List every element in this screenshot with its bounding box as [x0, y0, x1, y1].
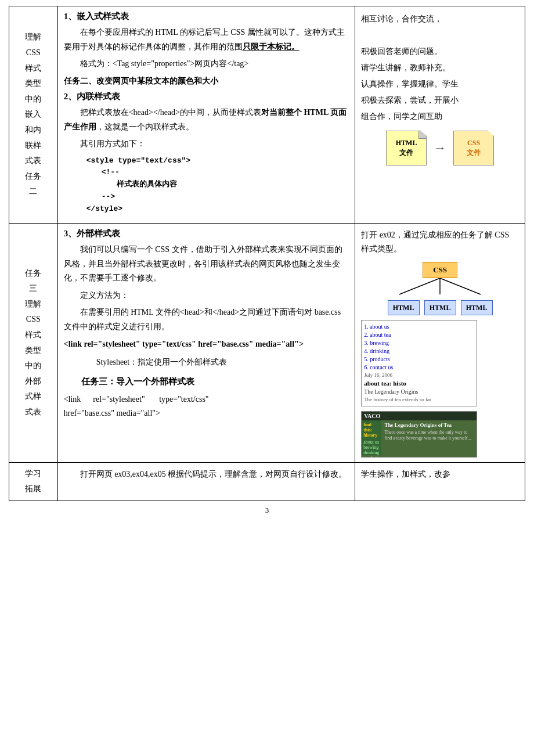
main-table: 理解CSS样式类型中的嵌入和内联样式表任务二 1、嵌入式样式表 在每个要应用样式…	[9, 6, 525, 501]
row2-left-label: 任务三理解CSS样式类型中的外部式样式表	[9, 224, 58, 462]
screenshot1-subheading: The Legendary Origins	[364, 388, 474, 396]
html-file-label: HTML文件	[396, 138, 417, 158]
ss2-nav-items: about usbrewingdrinkingproducts	[363, 440, 380, 458]
html-file-box: HTML文件	[386, 131, 427, 165]
section2-intro: 其引用方式如下：	[64, 137, 349, 152]
section3-p2: 定义方法为：	[64, 289, 349, 303]
task2-title: 任务二、改变网页中某段文本的颜色和大小	[64, 74, 349, 89]
html-boxes-row: HTML HTML HTML	[361, 300, 519, 315]
screenshot2-content: The Legendary Origins of Tea There once …	[381, 420, 477, 455]
css-file-box: CSS文件	[453, 131, 494, 165]
section2-title: 2、内联样式表	[64, 91, 349, 102]
section1-title: 1、嵌入式样式表	[64, 11, 349, 22]
task3-title: 任务三：导入一个外部样式表	[64, 374, 349, 389]
section1-p1: 在每个要应用样式的 HTML 的标记后写上 CSS 属性就可以了。这种方式主要用…	[64, 26, 349, 54]
row3-label-text: 学习拓展	[12, 466, 55, 497]
css-top-box: CSS	[423, 262, 457, 278]
screenshot2-nav: find this: history about usbrewingdrinki…	[362, 420, 381, 455]
screenshot2: VACO find this: history about usbrewingd…	[361, 411, 477, 458]
screenshot1: 1. about us 2. about tea 3. brewing 4. d…	[361, 320, 477, 406]
screenshot1-date: July 16, 2006	[364, 372, 474, 379]
section1-format: 格式为：<Tag style="properties">网页内容</tag>	[64, 57, 349, 71]
row1-label-text: 理解CSS样式类型中的嵌入和内联样式表任务二	[12, 30, 55, 200]
row1-right: 相互讨论，合作交流， 积极回答老师的问题。 请学生讲解，教师补充。 认真操作，掌…	[355, 6, 525, 224]
screenshot1-nav: 1. about us 2. about tea 3. brewing 4. d…	[364, 323, 474, 372]
html-box-3: HTML	[461, 300, 493, 315]
section3-p1: 我们可以只编写一个 CSS 文件，借助于引入外部样式表来实现不同页面的风格，并且…	[64, 243, 349, 286]
nav-link-4: 4. drinking	[364, 347, 474, 355]
screenshot2-top: VACO	[362, 412, 477, 420]
section2-p1-bold: 对当前整个 HTML 页面产生作用	[64, 108, 347, 131]
screenshot1-body: The history of tea extends so far	[364, 396, 474, 404]
row1-right-text: 相互讨论，合作交流， 积极回答老师的问题。 请学生讲解，教师补充。 认真操作，掌…	[361, 11, 519, 125]
row1-left-label: 理解CSS样式类型中的嵌入和内联样式表任务二	[9, 6, 58, 224]
ss2-nav-label: find this: history	[363, 422, 380, 438]
page-number: 3	[9, 506, 525, 515]
ss2-heading: The Legendary Origins of Tea	[384, 422, 474, 428]
svg-line-0	[399, 278, 440, 294]
row3-left-label: 学习拓展	[9, 462, 58, 501]
row2-right: 打开 ex02，通过完成相应的任务了解 CSS 样式类型。 CSS HTML H…	[355, 224, 525, 462]
nav-link-3: 3. brewing	[364, 339, 474, 347]
row3-right: 学生操作，加样式，改参	[355, 462, 525, 501]
page: 理解CSS样式类型中的嵌入和内联样式表任务二 1、嵌入式样式表 在每个要应用样式…	[0, 0, 534, 527]
code-line3: 样式表的具体内容	[117, 179, 349, 191]
tree-svg	[382, 278, 498, 296]
link-code: <link rel="stylesheet" type="text/css" h…	[64, 337, 349, 352]
code-line4: -->	[102, 191, 349, 203]
stylesheet-note: Stylesheet：指定使用一个外部样式表	[64, 355, 349, 370]
nav-link-5: 5. products	[364, 355, 474, 363]
code-line5: </style>	[86, 203, 349, 215]
section1-p1-bold: 只限于本标记。	[243, 42, 300, 51]
row1-mid: 1、嵌入式样式表 在每个要应用样式的 HTML 的标记后写上 CSS 属性就可以…	[57, 6, 355, 224]
row3-mid-text: 打开网页 ex03,ex04,ex05 根据代码提示，理解含意，对网页自行设计修…	[64, 467, 349, 482]
screenshot1-heading: about tea: histo	[364, 379, 474, 388]
section3-title: 3、外部样式表	[64, 228, 349, 239]
section2-p1: 把样式表放在<head></head>的中间，从而使样式表对当前整个 HTML …	[64, 106, 349, 134]
section3-p3: 在需要引用的 HTML 文件的<head>和</head>之间通过下面语句对 b…	[64, 305, 349, 334]
arrow-icon: →	[434, 141, 446, 156]
code-line1: <style type="text/css">	[86, 155, 349, 167]
row2: 任务三理解CSS样式类型中的外部式样式表 3、外部样式表 我们可以只编写一个 C…	[9, 224, 525, 462]
row2-right-open: 打开 ex02，通过完成相应的任务了解 CSS 样式类型。	[361, 228, 519, 256]
row2-label-text: 任务三理解CSS样式类型中的外部式样式表	[15, 266, 52, 420]
screenshot2-body: find this: history about usbrewingdrinki…	[362, 420, 477, 455]
svg-line-2	[440, 278, 481, 294]
code-line2: <!--	[102, 167, 349, 179]
css-tree-diagram: CSS HTML HTML HTML	[361, 262, 519, 315]
link-code2: <link rel="stylesheet" type="text/css" h…	[64, 393, 349, 421]
row3-right-text: 学生操作，加样式，改参	[361, 467, 519, 482]
css-file-label: CSS文件	[467, 138, 481, 158]
html-box-2: HTML	[424, 300, 456, 315]
nav-link-1: 1. about us	[364, 323, 474, 331]
row3: 学习拓展 打开网页 ex03,ex04,ex05 根据代码提示，理解含意，对网页…	[9, 462, 525, 501]
row1: 理解CSS样式类型中的嵌入和内联样式表任务二 1、嵌入式样式表 在每个要应用样式…	[9, 6, 525, 224]
code-block1: <style type="text/css"> <!-- 样式表的具体内容 --…	[86, 155, 349, 215]
ss2-body: There once was a time when the only way …	[384, 430, 474, 442]
html-box-1: HTML	[388, 300, 420, 315]
html-css-diagram: HTML文件 → CSS文件	[361, 131, 519, 165]
row2-mid: 3、外部样式表 我们可以只编写一个 CSS 文件，借助于引入外部样式表来实现不同…	[57, 224, 355, 462]
row3-mid: 打开网页 ex03,ex04,ex05 根据代码提示，理解含意，对网页自行设计修…	[57, 462, 355, 501]
nav-link-6: 6. contact us	[364, 363, 474, 372]
nav-link-2: 2. about tea	[364, 331, 474, 339]
